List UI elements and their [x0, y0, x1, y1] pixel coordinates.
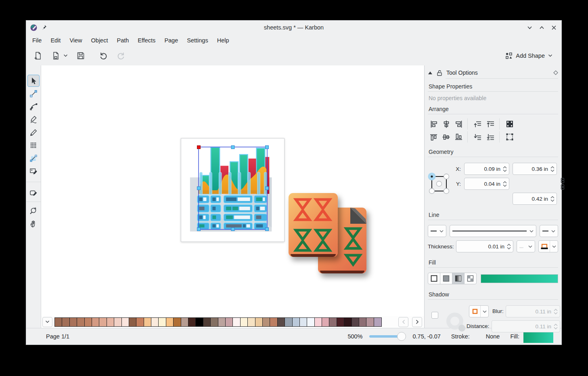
spinner-arrows-icon[interactable] [507, 244, 511, 250]
menu-edit[interactable]: Edit [46, 36, 65, 45]
freehand-path-tool-icon[interactable] [27, 113, 40, 126]
spinner-arrows-icon[interactable] [550, 166, 555, 172]
selection-tool-icon[interactable] [27, 75, 40, 87]
align-right-icon[interactable] [453, 118, 465, 130]
x-position-input[interactable]: 0.09 in [464, 163, 509, 175]
palette-swatch[interactable] [122, 318, 129, 326]
palette-swatch[interactable] [352, 318, 359, 326]
palette-swatch[interactable] [107, 318, 114, 326]
palette-scroll-right-icon[interactable] [412, 317, 422, 327]
palette-swatch[interactable] [233, 318, 240, 326]
keep-aspect-ratio-icon[interactable] [560, 184, 565, 190]
width-input[interactable]: 0.36 in [513, 163, 557, 175]
spinner-arrows-icon[interactable] [503, 166, 507, 172]
fill-none-button[interactable] [428, 273, 440, 284]
close-icon[interactable] [550, 24, 557, 31]
anchor-position-selector[interactable] [428, 172, 450, 195]
palette-swatch[interactable] [181, 318, 188, 326]
menu-file[interactable]: File [28, 36, 46, 45]
thickness-input[interactable]: 0.01 in [456, 240, 513, 252]
palette-swatch[interactable] [62, 318, 69, 326]
collapse-dock-icon[interactable] [428, 71, 433, 75]
titlebar[interactable]: sheets.svg * — Karbon [26, 21, 561, 34]
bezier-curve-tool-icon[interactable] [27, 101, 40, 113]
open-recent-chevron-icon[interactable] [62, 50, 69, 62]
palette-chooser-chevron-icon[interactable] [42, 317, 52, 327]
align-bottom-icon[interactable] [453, 131, 465, 143]
ungroup-icon[interactable] [504, 131, 516, 143]
palette-swatch[interactable] [144, 318, 151, 326]
bring-to-front-icon[interactable] [485, 118, 497, 130]
save-icon[interactable] [75, 50, 87, 62]
pencil-tool-icon[interactable] [27, 126, 40, 139]
line-end-marker-select[interactable] [540, 225, 558, 237]
menu-effects[interactable]: Effects [133, 36, 160, 45]
fill-gradient-preview[interactable] [481, 274, 558, 283]
palette-swatch[interactable] [241, 318, 248, 326]
minimize-icon[interactable] [526, 24, 533, 31]
palette-swatch[interactable] [159, 318, 166, 326]
menu-page[interactable]: Page [160, 36, 182, 45]
raise-icon[interactable] [472, 118, 484, 130]
shadow-color-button[interactable] [469, 305, 489, 317]
height-input[interactable]: 0.42 in [513, 193, 557, 205]
palette-swatch[interactable] [255, 318, 263, 326]
zoom-tool-icon[interactable] [27, 205, 40, 217]
palette-swatch[interactable] [315, 318, 322, 326]
center-vertically-icon[interactable] [440, 131, 452, 143]
palette-swatch[interactable] [374, 318, 381, 326]
align-left-icon[interactable] [428, 118, 440, 130]
palette-swatch[interactable] [136, 318, 144, 326]
lower-icon[interactable] [472, 131, 484, 143]
palette-swatch[interactable] [85, 318, 92, 326]
add-shape-button[interactable]: Add Shape [502, 50, 556, 61]
palette-swatch[interactable] [203, 318, 211, 326]
palette-swatch[interactable] [366, 318, 374, 326]
palette-swatch[interactable] [359, 318, 366, 326]
palette-swatch[interactable] [300, 318, 307, 326]
open-document-icon[interactable] [50, 50, 62, 62]
palette-swatch[interactable] [211, 318, 218, 326]
zoom-slider[interactable] [369, 335, 402, 338]
palette-swatch[interactable] [166, 318, 174, 326]
palette-swatch[interactable] [322, 318, 329, 326]
document-page[interactable] [181, 138, 285, 242]
palette-swatch[interactable] [77, 318, 84, 326]
palette-swatch[interactable] [285, 318, 292, 326]
palette-swatch[interactable] [114, 318, 121, 326]
palette-swatch[interactable] [344, 318, 352, 326]
pattern-tool-icon[interactable] [27, 139, 40, 151]
align-top-icon[interactable] [428, 131, 440, 143]
new-document-icon[interactable] [32, 50, 44, 62]
menu-view[interactable]: View [65, 36, 86, 45]
undo-icon[interactable] [97, 50, 109, 62]
palette-swatch[interactable] [129, 318, 136, 326]
palette-swatch[interactable] [337, 318, 344, 326]
palette-swatch[interactable] [278, 318, 285, 326]
gradient-tool-icon[interactable] [27, 152, 40, 164]
palette-swatch[interactable] [307, 318, 314, 326]
palette-swatch[interactable] [196, 318, 203, 326]
palette-swatch[interactable] [270, 318, 277, 326]
dash-pattern-select[interactable]: ... [517, 240, 535, 252]
menu-object[interactable]: Object [87, 36, 113, 45]
center-horizontally-icon[interactable] [440, 118, 452, 130]
palette-swatch[interactable] [151, 318, 159, 326]
fill-gradient-button[interactable] [452, 273, 465, 284]
keep-aspect-ratio-icon[interactable] [560, 178, 565, 183]
float-dock-icon[interactable] [553, 70, 558, 75]
line-cap-style-button[interactable] [538, 240, 558, 252]
menu-help[interactable]: Help [213, 36, 234, 45]
palette-swatch[interactable] [226, 318, 233, 326]
palette-swatch[interactable] [329, 318, 337, 326]
palette-swatch[interactable] [99, 318, 107, 326]
maximize-icon[interactable] [538, 24, 545, 31]
lock-dock-icon[interactable] [437, 70, 442, 76]
palette-swatch[interactable] [218, 318, 226, 326]
zoom-level[interactable]: 500% [347, 333, 362, 340]
chevron-down-icon[interactable] [550, 241, 558, 252]
spinner-arrows-icon[interactable] [550, 196, 555, 202]
canvas[interactable] [41, 65, 424, 316]
line-style-select[interactable] [450, 225, 536, 237]
fill-solid-button[interactable] [440, 273, 452, 284]
